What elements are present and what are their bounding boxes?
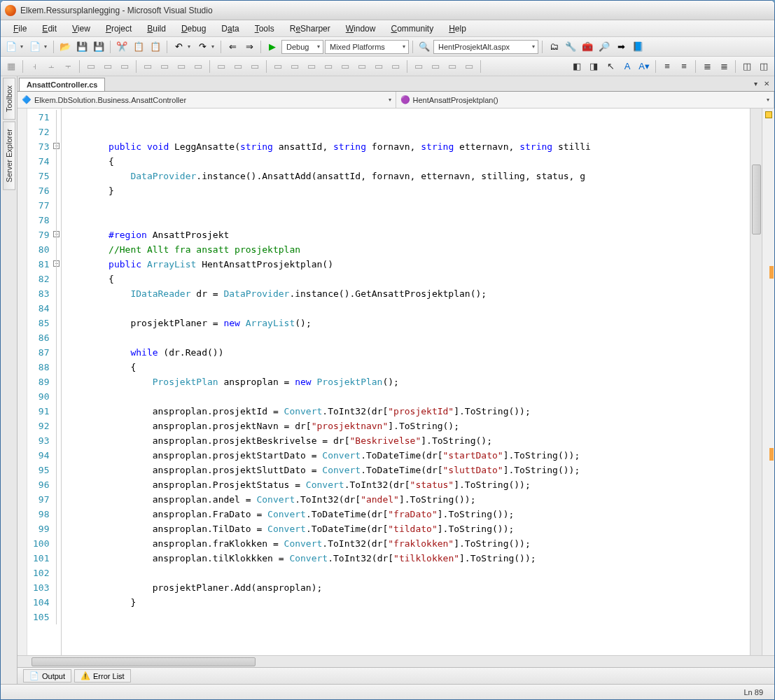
bookmark-button[interactable]: ◫ xyxy=(756,59,771,74)
tool-icon[interactable]: ⫠ xyxy=(43,59,59,74)
code-line[interactable]: ansproplan.FraDato = Convert.ToDateTime(… xyxy=(64,507,750,522)
bottom-tab-error-list[interactable]: ⚠️ Error List xyxy=(74,669,131,682)
bookmark-button[interactable]: ◫ xyxy=(739,59,755,74)
tool-icon[interactable]: ▭ xyxy=(157,59,172,74)
code-line[interactable]: { xyxy=(64,272,750,286)
code-area[interactable]: 7172737475767778798081828384858687888990… xyxy=(18,108,750,655)
nav-back-button[interactable]: ⇐ xyxy=(225,39,240,55)
code-line[interactable]: public void LeggAnsatte(string ansattId,… xyxy=(64,139,750,154)
tool-icon[interactable]: ▭ xyxy=(321,59,336,74)
code-line[interactable]: ansproplan.prosjektId = Convert.ToInt32(… xyxy=(64,404,750,419)
code-line[interactable]: } xyxy=(64,595,750,610)
menu-data[interactable]: Data xyxy=(214,22,246,36)
tool-icon[interactable]: ▭ xyxy=(117,59,132,74)
tool-icon[interactable]: ⫞ xyxy=(27,59,42,74)
menu-resharper[interactable]: ReSharper xyxy=(283,22,337,36)
start-page-button[interactable]: ➡ xyxy=(613,39,629,55)
code-line[interactable]: { xyxy=(64,154,750,169)
doc-tab-active[interactable]: AnsattController.cs xyxy=(19,78,105,91)
code-line[interactable]: ansproplan.prosjektStartDato = Convert.T… xyxy=(64,448,750,463)
sidebar-tab-server-explorer[interactable]: Server Explorer xyxy=(3,121,15,190)
menu-edit[interactable]: Edit xyxy=(35,22,64,36)
menu-window[interactable]: Window xyxy=(339,22,383,36)
tool-icon[interactable]: ▭ xyxy=(287,59,302,74)
startup-file-combo[interactable]: HentProsjektAlt.aspx xyxy=(433,40,538,54)
code-line[interactable]: ansproplan.tilKlokkken = Convert.ToInt32… xyxy=(64,551,750,566)
tool-icon[interactable]: ▭ xyxy=(214,59,229,74)
tool-icon[interactable]: ▭ xyxy=(174,59,189,74)
code-line[interactable]: ansproplan.fraKlokken = Convert.ToInt32(… xyxy=(64,536,750,551)
code-line[interactable]: #region AnsattProsjekt xyxy=(64,227,750,242)
code-line[interactable] xyxy=(64,198,750,213)
config-combo[interactable]: Debug xyxy=(281,40,323,54)
code-line[interactable]: ansproplan.andel = Convert.ToInt32(dr["a… xyxy=(64,492,750,507)
redo-button[interactable]: ↷ xyxy=(195,39,210,55)
code-line[interactable]: while (dr.Read()) xyxy=(64,345,750,360)
menu-view[interactable]: View xyxy=(65,22,97,36)
tool-icon[interactable]: ▭ xyxy=(100,59,116,74)
tool-icon[interactable]: ▭ xyxy=(461,59,477,74)
tool-icon[interactable]: ▦ xyxy=(4,59,19,74)
paste-button[interactable]: 📋 xyxy=(148,39,163,55)
menu-file[interactable]: File xyxy=(6,22,34,36)
start-debug-button[interactable]: ▶ xyxy=(265,39,280,55)
menu-build[interactable]: Build xyxy=(140,22,173,36)
tool-icon[interactable]: ▭ xyxy=(428,59,443,74)
vertical-scrollbar[interactable] xyxy=(750,108,762,655)
tool-icon[interactable]: ▭ xyxy=(140,59,155,74)
horizontal-scrollbar[interactable] xyxy=(18,655,774,667)
code-line[interactable] xyxy=(64,213,750,227)
indent-button[interactable]: ≣ xyxy=(699,59,715,74)
code-line[interactable]: ProsjektPlan ansproplan = new ProsjektPl… xyxy=(64,374,750,389)
toolbox-button[interactable]: 🧰 xyxy=(580,39,595,55)
code-line[interactable]: prosjektPlaner.Add(ansproplan); xyxy=(64,580,750,595)
fold-strip[interactable]: −−− xyxy=(52,108,62,655)
tool-icon[interactable]: ▭ xyxy=(337,59,353,74)
tool-icon[interactable]: ▭ xyxy=(354,59,370,74)
tool-icon[interactable]: ▭ xyxy=(304,59,319,74)
resharper-icon[interactable]: ◨ xyxy=(586,59,601,74)
tool-icon[interactable]: ▭ xyxy=(270,59,286,74)
code-line[interactable] xyxy=(64,301,750,316)
titlebar[interactable]: Elkem.Ressursplanlegging - Microsoft Vis… xyxy=(1,1,774,20)
save-all-button[interactable]: 💾 xyxy=(91,39,106,55)
tool-icon[interactable]: ▭ xyxy=(247,59,263,74)
nav-forward-button[interactable]: ⇒ xyxy=(242,39,257,55)
copy-button[interactable]: 📋 xyxy=(131,39,146,55)
dropdown-arrow-icon[interactable]: ▾ xyxy=(211,43,217,50)
code-line[interactable] xyxy=(64,566,750,580)
code-line[interactable] xyxy=(64,610,750,624)
cut-button[interactable]: ✂️ xyxy=(114,39,130,55)
code-line[interactable] xyxy=(64,330,750,345)
undo-button[interactable]: ↶ xyxy=(171,39,186,55)
tab-dropdown-icon[interactable]: ▾ xyxy=(750,78,760,88)
comment-button[interactable]: ≡ xyxy=(659,59,675,74)
menu-community[interactable]: Community xyxy=(384,22,440,36)
dropdown-arrow-icon[interactable]: ▾ xyxy=(20,43,26,50)
scroll-thumb[interactable] xyxy=(32,657,256,666)
properties-button[interactable]: 🔧 xyxy=(563,39,578,55)
resharper-icon[interactable]: ↖ xyxy=(603,59,618,74)
solution-explorer-button[interactable]: 🗂 xyxy=(546,39,561,55)
code-line[interactable]: } xyxy=(64,183,750,198)
tool-icon[interactable]: ▭ xyxy=(83,59,99,74)
menu-tools[interactable]: Tools xyxy=(248,22,281,36)
menu-help[interactable]: Help xyxy=(442,22,473,36)
code-line[interactable]: ansproplan.prosjektNavn = dr["prosjektna… xyxy=(64,419,750,433)
tool-icon[interactable]: ▭ xyxy=(388,59,403,74)
tool-icon[interactable]: ▭ xyxy=(230,59,246,74)
code-line[interactable]: DataProvider.instance().AnsattAdd(ansatt… xyxy=(64,169,750,183)
bottom-tab-output[interactable]: 📄 Output xyxy=(23,669,71,682)
tool-icon[interactable]: ▭ xyxy=(445,59,460,74)
code-line[interactable]: IDataReader dr = DataProvider.instance()… xyxy=(64,286,750,301)
tool-icon[interactable]: ▭ xyxy=(371,59,386,74)
code-line[interactable]: //Hent Allt fra ansatt prosjektplan xyxy=(64,242,750,257)
tab-close-icon[interactable]: ✕ xyxy=(762,78,771,88)
code-line[interactable] xyxy=(64,110,750,125)
sidebar-tab-toolbox[interactable]: Toolbox xyxy=(3,78,15,120)
open-button[interactable]: 📂 xyxy=(57,39,73,55)
code-line[interactable]: ansproplan.TilDato = Convert.ToDateTime(… xyxy=(64,522,750,536)
method-selector[interactable]: 🟣 HentAnsattProsjektplan() xyxy=(396,92,775,108)
dropdown-arrow-icon[interactable]: ▾ xyxy=(188,43,193,50)
menu-debug[interactable]: Debug xyxy=(174,22,213,36)
